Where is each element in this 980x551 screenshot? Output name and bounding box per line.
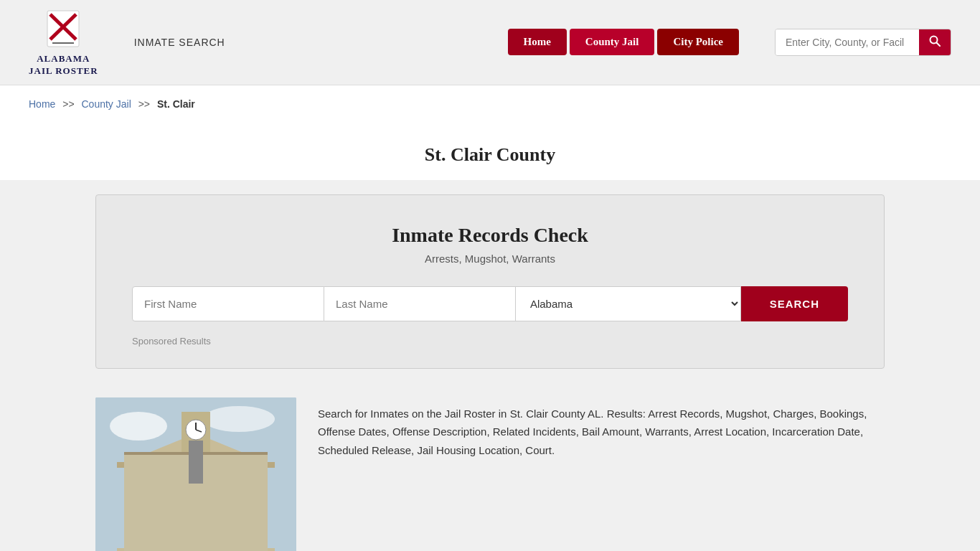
records-check-box: Inmate Records Check Arrests, Mugshot, W…: [95, 194, 885, 369]
first-name-input[interactable]: [132, 286, 324, 321]
courthouse-image: [95, 397, 296, 551]
svg-rect-17: [117, 462, 275, 468]
nav-city-police-button[interactable]: City Police: [657, 29, 739, 55]
svg-point-7: [110, 412, 167, 441]
breadcrumb-separator-1: >>: [62, 98, 74, 110]
header-search-button[interactable]: [919, 29, 951, 55]
svg-point-8: [203, 406, 275, 432]
breadcrumb-current: St. Clair: [157, 98, 195, 110]
svg-rect-11: [160, 462, 170, 551]
svg-rect-25: [149, 512, 162, 520]
breadcrumb-home-link[interactable]: Home: [29, 98, 55, 110]
logo-text: ALABAMA JAIL ROSTER: [29, 53, 98, 77]
main-nav: Home County Jail City Police: [508, 29, 740, 55]
county-description: Search for Inmates on the Jail Roster in…: [318, 397, 885, 460]
breadcrumb-separator-2: >>: [138, 98, 150, 110]
top-content-area: Home >> County Jail >> St. Clair St. Cla…: [0, 85, 980, 180]
logo-icon: [42, 7, 85, 50]
nav-county-jail-button[interactable]: County Jail: [570, 29, 655, 55]
header-search-bar: [775, 29, 951, 56]
last-name-input[interactable]: [324, 286, 516, 321]
page-title-section: St. Clair County: [0, 123, 980, 173]
inmate-search-button[interactable]: SEARCH: [741, 286, 848, 321]
breadcrumb-county-jail-link[interactable]: County Jail: [82, 98, 131, 110]
page-title: St. Clair County: [29, 144, 951, 166]
records-check-title: Inmate Records Check: [132, 224, 848, 247]
inmate-search-link[interactable]: INMATE SEARCH: [134, 37, 225, 48]
header-search-input[interactable]: [776, 29, 919, 55]
inmate-search-form: Alabama Alaska Arizona Arkansas Californ…: [132, 286, 848, 321]
svg-rect-15: [246, 462, 256, 551]
state-select[interactable]: Alabama Alaska Arizona Arkansas Californ…: [516, 286, 741, 321]
svg-rect-12: [182, 462, 192, 551]
records-check-subtitle: Arrests, Mugshot, Warrants: [132, 253, 848, 265]
svg-rect-9: [124, 469, 268, 551]
site-header: ALABAMA JAIL ROSTER INMATE SEARCH Home C…: [0, 0, 980, 85]
breadcrumb: Home >> County Jail >> St. Clair: [0, 85, 980, 123]
svg-rect-10: [138, 462, 149, 551]
svg-line-5: [937, 42, 941, 46]
bottom-section: Search for Inmates on the Jail Roster in…: [95, 383, 885, 551]
svg-rect-23: [131, 509, 146, 517]
nav-home-button[interactable]: Home: [508, 29, 567, 55]
svg-rect-13: [203, 462, 213, 551]
site-logo[interactable]: ALABAMA JAIL ROSTER: [29, 7, 98, 77]
sponsored-label: Sponsored Results: [132, 336, 848, 347]
main-content: Inmate Records Check Arrests, Mugshot, W…: [0, 194, 980, 551]
svg-rect-14: [225, 462, 235, 551]
svg-rect-26: [117, 548, 275, 551]
